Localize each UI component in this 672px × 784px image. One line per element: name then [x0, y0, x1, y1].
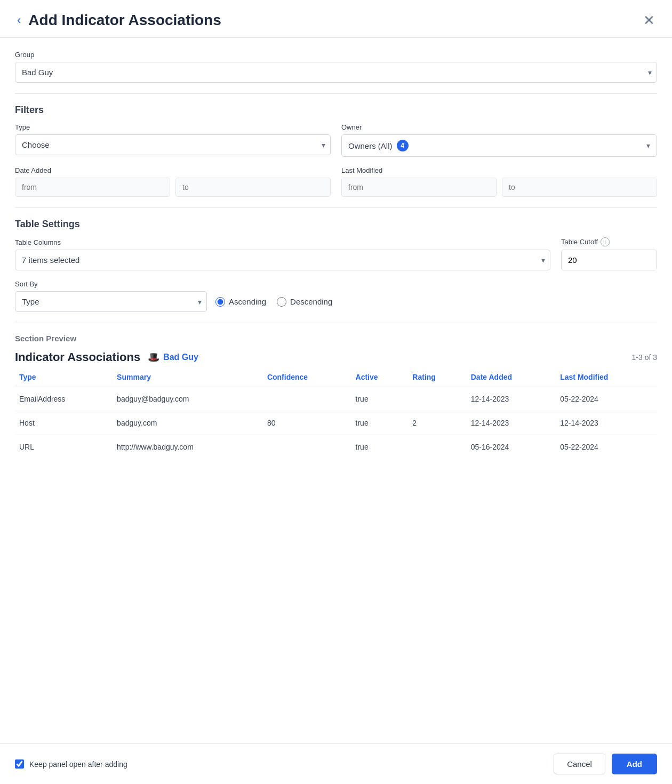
- date-added-to-input[interactable]: [175, 178, 331, 197]
- info-icon[interactable]: i: [601, 237, 610, 246]
- type-select[interactable]: Choose: [15, 134, 331, 155]
- preview-table-title-row: Indicator Associations 🎩 Bad Guy: [15, 350, 198, 364]
- descending-label: Descending: [290, 297, 332, 306]
- cell-rating: 2: [408, 411, 466, 435]
- filters-section: Filters Type Choose ▾ Owner: [15, 105, 657, 197]
- owner-badge: 4: [397, 140, 409, 151]
- cell-confidence: 80: [263, 411, 351, 435]
- col-summary: Summary: [113, 367, 263, 387]
- back-button[interactable]: ‹: [15, 14, 23, 26]
- table-settings-row: Table Columns 7 items selected ▾ Table C…: [15, 237, 657, 270]
- group-select[interactable]: Bad Guy: [15, 62, 657, 83]
- ascending-label: Ascending: [229, 297, 266, 306]
- descending-radio[interactable]: [277, 297, 286, 307]
- owner-filter-col: Owner Owners (All) 4 ▾: [341, 123, 657, 157]
- cell-summary: badguy.com: [113, 411, 263, 435]
- type-select-wrapper: Choose ▾: [15, 134, 331, 155]
- owner-chevron-icon: ▾: [646, 141, 650, 150]
- group-select-wrapper: Bad Guy ▾: [15, 62, 657, 83]
- type-label: Type: [15, 123, 331, 131]
- col-active: Active: [351, 367, 409, 387]
- sort-by-label: Sort By: [15, 280, 657, 288]
- panel-footer: Keep panel open after adding Cancel Add: [0, 743, 672, 784]
- cell-rating: [408, 435, 466, 459]
- table-cutoff-label-row: Table Cutoff i: [561, 237, 657, 246]
- table-columns-col: Table Columns 7 items selected ▾: [15, 238, 550, 270]
- owner-select[interactable]: Owners (All) 4 ▾: [341, 134, 657, 157]
- preview-table-title: Indicator Associations: [15, 350, 140, 364]
- sort-select-wrapper: Type ▾: [15, 291, 207, 312]
- cell-date_added: 05-16-2024: [467, 435, 556, 459]
- col-type: Type: [15, 367, 113, 387]
- panel-title: Add Indicator Associations: [28, 12, 221, 29]
- table-row: Hostbadguy.com80true212-14-202312-14-202…: [15, 411, 657, 435]
- sort-by-section: Sort By Type ▾ Ascending: [15, 280, 657, 312]
- cell-confidence: [263, 387, 351, 411]
- last-modified-inputs: [341, 178, 657, 197]
- keep-open-row: Keep panel open after adding: [15, 759, 127, 769]
- section-preview-title: Section Preview: [15, 334, 657, 343]
- cutoff-input[interactable]: [562, 250, 657, 270]
- last-modified-to-input[interactable]: [502, 178, 657, 197]
- cell-type: EmailAddress: [15, 387, 113, 411]
- close-button[interactable]: ✕: [641, 13, 657, 27]
- sort-by-row: Type ▾ Ascending Descending: [15, 291, 657, 312]
- title-row: ‹ Add Indicator Associations: [15, 12, 221, 29]
- divider-2: [15, 207, 657, 208]
- table-head: Type Summary Confidence Active Rating Da…: [15, 367, 657, 387]
- table-settings-title: Table Settings: [15, 219, 657, 230]
- col-last-modified: Last Modified: [556, 367, 657, 387]
- col-date-added: Date Added: [467, 367, 556, 387]
- table-columns-label: Table Columns: [15, 238, 550, 246]
- last-modified-from-input[interactable]: [341, 178, 497, 197]
- filters-row: Type Choose ▾ Owner Owners (All) 4: [15, 123, 657, 157]
- cell-type: URL: [15, 435, 113, 459]
- filters-title: Filters: [15, 105, 657, 116]
- cancel-button[interactable]: Cancel: [554, 754, 605, 774]
- table-columns-select[interactable]: 7 items selected: [15, 250, 550, 270]
- footer-buttons: Cancel Add: [554, 754, 657, 774]
- keep-open-label: Keep panel open after adding: [29, 760, 127, 769]
- owner-value: Owners (All): [348, 141, 393, 150]
- type-filter-col: Type Choose ▾: [15, 123, 331, 157]
- date-added-section: Date Added: [15, 166, 331, 197]
- group-label: Group: [15, 51, 657, 59]
- sort-select[interactable]: Type: [15, 291, 207, 312]
- divider-3: [15, 323, 657, 323]
- cell-date_added: 12-14-2023: [467, 387, 556, 411]
- preview-table-header: Indicator Associations 🎩 Bad Guy 1-3 of …: [15, 350, 657, 364]
- cell-summary: http://www.badguy.com: [113, 435, 263, 459]
- add-indicator-panel: ‹ Add Indicator Associations ✕ Group Bad…: [0, 0, 672, 784]
- date-added-from-input[interactable]: [15, 178, 170, 197]
- cell-confidence: [263, 435, 351, 459]
- col-confidence: Confidence: [263, 367, 351, 387]
- cell-active: true: [351, 387, 409, 411]
- owner-label-row: Owners (All) 4: [348, 140, 409, 151]
- col-rating: Rating: [408, 367, 466, 387]
- table-row: URLhttp://www.badguy.comtrue05-16-202405…: [15, 435, 657, 459]
- cell-rating: [408, 387, 466, 411]
- descending-option[interactable]: Descending: [277, 297, 332, 307]
- table-columns-select-wrapper: 7 items selected ▾: [15, 250, 550, 270]
- group-badge-icon: 🎩: [148, 351, 159, 363]
- panel-header: ‹ Add Indicator Associations ✕: [0, 0, 672, 38]
- table-cutoff-col: Table Cutoff i ▲ ▼: [561, 237, 657, 270]
- date-added-inputs: [15, 178, 331, 197]
- last-modified-section: Last Modified: [341, 166, 657, 197]
- date-range-row: Date Added Last Modified: [15, 166, 657, 197]
- cell-date_added: 12-14-2023: [467, 411, 556, 435]
- cell-last_modified: 05-22-2024: [556, 387, 657, 411]
- section-preview: Section Preview Indicator Associations 🎩…: [15, 334, 657, 459]
- cell-active: true: [351, 411, 409, 435]
- cell-last_modified: 05-22-2024: [556, 435, 657, 459]
- cell-last_modified: 12-14-2023: [556, 411, 657, 435]
- ascending-option[interactable]: Ascending: [215, 297, 266, 307]
- divider-1: [15, 93, 657, 94]
- add-button[interactable]: Add: [612, 754, 657, 774]
- cutoff-input-wrapper: ▲ ▼: [561, 250, 657, 270]
- preview-group-badge: 🎩 Bad Guy: [148, 351, 198, 363]
- keep-open-checkbox[interactable]: [15, 759, 24, 769]
- group-badge-text: Bad Guy: [163, 353, 198, 362]
- table-header-row: Type Summary Confidence Active Rating Da…: [15, 367, 657, 387]
- ascending-radio[interactable]: [215, 297, 225, 307]
